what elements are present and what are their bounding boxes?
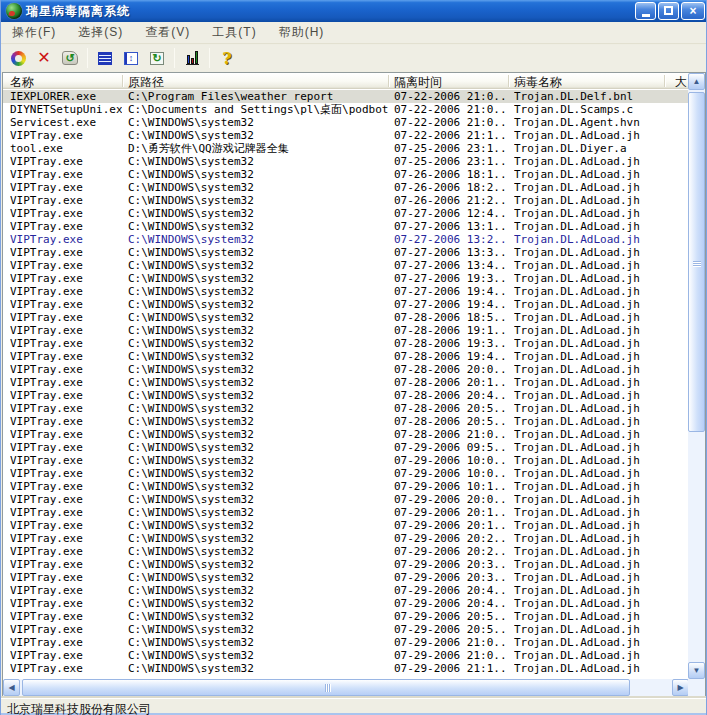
column-header-time[interactable]: 隔离时间 — [394, 74, 442, 91]
quarantine-row[interactable]: VIPTray.exeC:\WINDOWS\system3207-27-2006… — [3, 246, 689, 259]
quarantine-row[interactable]: VIPTray.exeC:\WINDOWS\system3207-29-2006… — [3, 662, 689, 675]
column-divider[interactable] — [508, 75, 509, 87]
cell-path: C:\WINDOWS\system32 — [128, 545, 388, 558]
column-header-virus[interactable]: 病毒名称 — [514, 74, 562, 91]
quarantine-row[interactable]: tool.exeD:\勇芳软件\QQ游戏记牌器全集07-25-2006 23:1… — [3, 142, 689, 155]
cell-name: VIPTray.exe — [10, 597, 122, 610]
delete-button[interactable]: ✕ — [31, 46, 57, 70]
quarantine-row[interactable]: VIPTray.exeC:\WINDOWS\system3207-29-2006… — [3, 441, 689, 454]
quarantine-row[interactable]: VIPTray.exeC:\WINDOWS\system3207-29-2006… — [3, 467, 689, 480]
cell-virus: Trojan.DL.AdLoad.jh — [514, 519, 664, 532]
quarantine-row[interactable]: VIPTray.exeC:\WINDOWS\system3207-29-2006… — [3, 610, 689, 623]
column-header-name[interactable]: 名称 — [10, 74, 34, 91]
column-divider[interactable] — [122, 75, 123, 87]
quarantine-row[interactable]: VIPTray.exeC:\WINDOWS\system3207-22-2006… — [3, 129, 689, 142]
quarantine-row[interactable]: VIPTray.exeC:\WINDOWS\system3207-28-2006… — [3, 350, 689, 363]
menu-operation[interactable]: 操作(F) — [1, 21, 67, 44]
columns-icon: ↕ — [124, 52, 138, 65]
cell-name: VIPTray.exe — [10, 285, 122, 298]
cell-time: 07-25-2006 23:1... — [394, 155, 508, 168]
cell-path: C:\WINDOWS\system32 — [128, 389, 388, 402]
vertical-scrollbar-thumb[interactable] — [688, 92, 705, 432]
quarantine-row[interactable]: VIPTray.exeC:\WINDOWS\system3207-29-2006… — [3, 493, 689, 506]
refresh-button[interactable]: ↻ — [144, 46, 170, 70]
column-divider[interactable] — [388, 75, 389, 87]
quarantine-row[interactable]: VIPTray.exeC:\WINDOWS\system3207-26-2006… — [3, 181, 689, 194]
quarantine-row[interactable]: VIPTray.exeC:\WINDOWS\system3207-29-2006… — [3, 532, 689, 545]
maximize-button[interactable] — [658, 2, 679, 20]
scroll-left-arrow-icon[interactable]: ◀ — [3, 679, 20, 696]
column-divider[interactable] — [664, 75, 665, 87]
scroll-down-arrow-icon[interactable]: ▼ — [688, 662, 705, 679]
quarantine-row[interactable]: VIPTray.exeC:\WINDOWS\system3207-27-2006… — [3, 259, 689, 272]
vertical-scrollbar[interactable]: ▲ ▼ — [688, 73, 705, 679]
scroll-up-arrow-icon[interactable]: ▲ — [688, 73, 705, 90]
cell-name: VIPTray.exe — [10, 454, 122, 467]
help-button[interactable]: ? — [214, 46, 240, 70]
quarantine-row[interactable]: VIPTray.exeC:\WINDOWS\system3207-26-2006… — [3, 194, 689, 207]
column-header-path[interactable]: 原路径 — [128, 74, 164, 91]
quarantine-row[interactable]: VIPTray.exeC:\WINDOWS\system3207-28-2006… — [3, 376, 689, 389]
menu-select[interactable]: 选择(S) — [67, 21, 134, 44]
quarantine-row[interactable]: VIPTray.exeC:\WINDOWS\system3207-27-2006… — [3, 285, 689, 298]
minimize-button[interactable] — [635, 2, 656, 20]
quarantine-row[interactable]: VIPTray.exeC:\WINDOWS\system3207-28-2006… — [3, 415, 689, 428]
clean-button[interactable]: ↺ — [57, 46, 83, 70]
quarantine-row[interactable]: VIPTray.exeC:\WINDOWS\system3207-28-2006… — [3, 311, 689, 324]
details-view-button[interactable] — [92, 46, 118, 70]
quarantine-row[interactable]: VIPTray.exeC:\WINDOWS\system3207-28-2006… — [3, 389, 689, 402]
menu-help[interactable]: 帮助(H) — [268, 21, 336, 44]
quarantine-row[interactable]: VIPTray.exeC:\WINDOWS\system3207-28-2006… — [3, 337, 689, 350]
scroll-right-arrow-icon[interactable]: ▶ — [672, 679, 689, 696]
cell-time: 07-28-2006 20:1... — [394, 376, 508, 389]
cell-path: C:\WINDOWS\system32 — [128, 610, 388, 623]
cell-name: VIPTray.exe — [10, 649, 122, 662]
quarantine-row[interactable]: VIPTray.exeC:\WINDOWS\system3207-29-2006… — [3, 454, 689, 467]
quarantine-row[interactable]: VIPTray.exeC:\WINDOWS\system3207-29-2006… — [3, 545, 689, 558]
restore-button[interactable] — [5, 46, 31, 70]
quarantine-row[interactable]: VIPTray.exeC:\WINDOWS\system3207-29-2006… — [3, 623, 689, 636]
horizontal-scrollbar[interactable]: ◀ ▶ — [3, 679, 689, 696]
cell-time: 07-28-2006 19:4... — [394, 350, 508, 363]
cell-name: VIPTray.exe — [10, 376, 122, 389]
close-button[interactable]: × — [681, 2, 705, 20]
cell-name: VIPTray.exe — [10, 155, 122, 168]
columns-button[interactable]: ↕ — [118, 46, 144, 70]
cell-virus: Trojan.DL.AdLoad.jh — [514, 402, 664, 415]
quarantine-row[interactable]: IEXPLORER.exeC:\Program Files\weather re… — [3, 90, 689, 103]
cell-virus: Trojan.DL.AdLoad.jh — [514, 155, 664, 168]
title-bar[interactable]: 瑞星病毒隔离系统 × — [1, 0, 707, 22]
quarantine-row[interactable]: VIPTray.exeC:\WINDOWS\system3207-29-2006… — [3, 584, 689, 597]
quarantine-row[interactable]: VIPTray.exeC:\WINDOWS\system3207-29-2006… — [3, 480, 689, 493]
quarantine-row[interactable]: VIPTray.exeC:\WINDOWS\system3207-29-2006… — [3, 519, 689, 532]
menu-view[interactable]: 查看(V) — [134, 21, 201, 44]
quarantine-row[interactable]: VIPTray.exeC:\WINDOWS\system3207-27-2006… — [3, 220, 689, 233]
quarantine-row[interactable]: VIPTray.exeC:\WINDOWS\system3207-27-2006… — [3, 272, 689, 285]
quarantine-row[interactable]: VIPTray.exeC:\WINDOWS\system3207-29-2006… — [3, 558, 689, 571]
quarantine-row[interactable]: VIPTray.exeC:\WINDOWS\system3207-28-2006… — [3, 402, 689, 415]
quarantine-row[interactable]: VIPTray.exeC:\WINDOWS\system3207-28-2006… — [3, 363, 689, 376]
cell-virus: Trojan.DL.AdLoad.jh — [514, 389, 664, 402]
quarantine-row[interactable]: VIPTray.exeC:\WINDOWS\system3207-29-2006… — [3, 649, 689, 662]
quarantine-row[interactable]: VIPTray.exeC:\WINDOWS\system3207-28-2006… — [3, 324, 689, 337]
quarantine-row[interactable]: VIPTray.exeC:\WINDOWS\system3207-28-2006… — [3, 428, 689, 441]
cell-path: C:\WINDOWS\system32 — [128, 441, 388, 454]
quarantine-row[interactable]: VIPTray.exeC:\WINDOWS\system3207-25-2006… — [3, 155, 689, 168]
quarantine-row[interactable]: VIPTray.exeC:\WINDOWS\system3207-27-2006… — [3, 233, 689, 246]
status-company-text: 北京瑞星科技股份有限公司 — [7, 702, 151, 715]
quarantine-row[interactable]: Servicest.exeC:\WINDOWS\system3207-22-20… — [3, 116, 689, 129]
cell-name: VIPTray.exe — [10, 363, 122, 376]
quarantine-row[interactable]: VIPTray.exeC:\WINDOWS\system3207-29-2006… — [3, 597, 689, 610]
column-header-size[interactable]: 大 — [675, 74, 687, 91]
statistics-button[interactable] — [179, 46, 205, 70]
quarantine-row[interactable]: VIPTray.exeC:\WINDOWS\system3207-29-2006… — [3, 636, 689, 649]
quarantine-row[interactable]: VIPTray.exeC:\WINDOWS\system3207-27-2006… — [3, 298, 689, 311]
quarantine-row[interactable]: DIYNETSetupUni.exeC:\Documents and Setti… — [3, 103, 689, 116]
quarantine-row[interactable]: VIPTray.exeC:\WINDOWS\system3207-29-2006… — [3, 571, 689, 584]
menu-tools[interactable]: 工具(T) — [201, 21, 267, 44]
quarantine-row[interactable]: VIPTray.exeC:\WINDOWS\system3207-26-2006… — [3, 168, 689, 181]
cell-time: 07-29-2006 20:4... — [394, 584, 508, 597]
horizontal-scrollbar-thumb[interactable] — [22, 679, 630, 696]
quarantine-row[interactable]: VIPTray.exeC:\WINDOWS\system3207-29-2006… — [3, 506, 689, 519]
quarantine-row[interactable]: VIPTray.exeC:\WINDOWS\system3207-27-2006… — [3, 207, 689, 220]
